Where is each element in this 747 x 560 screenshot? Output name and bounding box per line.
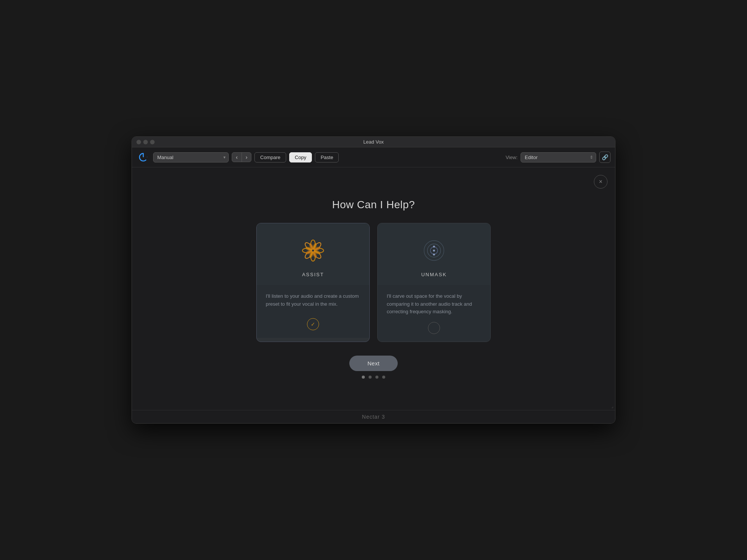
window-title: Lead Vox: [363, 139, 384, 145]
app-title: Nectar 3: [362, 414, 385, 420]
main-window: Lead Vox Manual ▾ ‹ › Compare Copy Paste…: [132, 136, 615, 424]
minimize-traffic-light[interactable]: [143, 140, 148, 144]
preset-dropdown-wrapper: Manual ▾: [153, 152, 229, 162]
assist-check-icon: ✓: [307, 318, 319, 330]
compare-button[interactable]: Compare: [254, 152, 286, 162]
check-mark-icon: ✓: [311, 321, 315, 327]
pagination-dots: [362, 376, 385, 379]
dot-4: [382, 376, 385, 379]
assist-icon: [298, 235, 328, 266]
paste-button[interactable]: Paste: [315, 152, 339, 162]
assist-card-description: I'll listen to your audio and create a c…: [266, 292, 360, 308]
toolbar: Manual ▾ ‹ › Compare Copy Paste View: Ed…: [132, 147, 615, 167]
unmask-card-bottom: I'll carve out space for the vocal by co…: [378, 285, 490, 342]
unmask-card[interactable]: UNMASK I'll carve out space for the voca…: [377, 223, 491, 342]
modal-title: How Can I Help?: [332, 199, 415, 211]
unmask-card-title: UNMASK: [421, 272, 447, 277]
title-bar: Lead Vox: [132, 137, 615, 147]
close-overlay-button[interactable]: ×: [594, 175, 608, 189]
unmask-icon: [419, 235, 449, 266]
toolbar-right: View: Editor ⇕ 🔗: [505, 152, 611, 163]
assist-card[interactable]: ASSIST I'll listen to your audio and cre…: [256, 223, 370, 342]
copy-button[interactable]: Copy: [289, 152, 312, 162]
assist-card-title: ASSIST: [302, 272, 324, 277]
dot-3: [375, 376, 378, 379]
assist-card-bottom: I'll listen to your audio and create a c…: [257, 285, 369, 338]
dot-1: [362, 376, 365, 379]
view-label: View:: [505, 155, 518, 160]
bottom-bar: Nectar 3: [132, 410, 615, 423]
view-dropdown[interactable]: Editor: [521, 152, 596, 162]
close-icon: ×: [599, 178, 602, 185]
nav-back-button[interactable]: ‹: [232, 153, 242, 162]
cards-container: ASSIST I'll listen to your audio and cre…: [256, 223, 491, 342]
maximize-traffic-light[interactable]: [150, 140, 155, 144]
link-icon: 🔗: [602, 154, 608, 160]
preset-dropdown[interactable]: Manual: [153, 152, 229, 162]
assist-card-top: ASSIST: [257, 223, 369, 285]
unmask-card-description: I'll carve out space for the vocal by co…: [387, 292, 481, 316]
svg-point-21: [433, 246, 435, 248]
unmask-check-icon: [428, 322, 440, 334]
power-icon: [138, 152, 149, 162]
traffic-lights: [136, 140, 155, 144]
view-dropdown-wrapper: Editor ⇕: [521, 152, 596, 162]
svg-point-23: [433, 254, 435, 255]
close-traffic-light[interactable]: [136, 140, 141, 144]
power-button[interactable]: [136, 150, 150, 164]
svg-point-22: [433, 249, 435, 251]
link-button[interactable]: 🔗: [599, 152, 611, 163]
resize-handle[interactable]: ⌟: [611, 404, 614, 408]
main-content: × How Can I Help?: [132, 167, 615, 410]
nav-forward-button[interactable]: ›: [242, 153, 251, 162]
next-button[interactable]: Next: [349, 356, 398, 371]
nav-buttons: ‹ ›: [232, 152, 251, 162]
unmask-card-top: UNMASK: [378, 223, 490, 285]
dot-2: [369, 376, 372, 379]
